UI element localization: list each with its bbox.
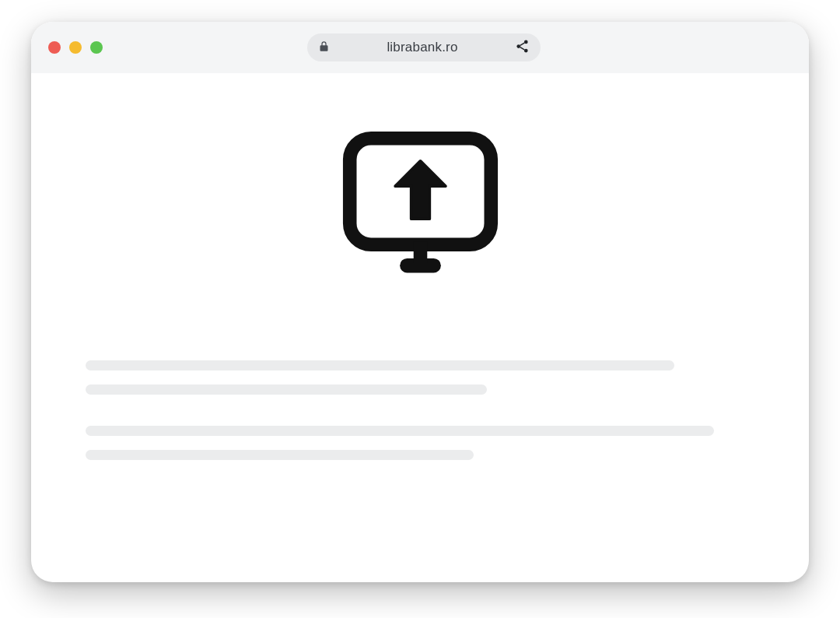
skeleton-line — [86, 426, 714, 436]
maximize-window-button[interactable] — [90, 41, 103, 54]
share-icon[interactable] — [515, 39, 530, 57]
svg-point-2 — [524, 48, 528, 52]
close-window-button[interactable] — [48, 41, 61, 54]
skeleton-line — [86, 450, 474, 460]
browser-window: librabank.ro — [31, 22, 809, 582]
svg-point-0 — [524, 40, 528, 44]
skeleton-line — [86, 384, 487, 395]
skeleton-line — [86, 360, 674, 370]
page-content — [31, 73, 809, 582]
skeleton-text-block — [86, 360, 754, 460]
svg-rect-5 — [413, 241, 427, 262]
address-domain: librabank.ro — [344, 40, 501, 55]
minimize-window-button[interactable] — [69, 41, 82, 54]
lock-icon — [318, 40, 330, 56]
traffic-lights — [48, 41, 103, 54]
browser-titlebar: librabank.ro — [31, 22, 809, 73]
address-bar[interactable]: librabank.ro — [307, 33, 541, 61]
address-bar-container: librabank.ro — [110, 33, 737, 61]
svg-point-1 — [516, 44, 520, 48]
monitor-upload-icon — [333, 128, 508, 290]
